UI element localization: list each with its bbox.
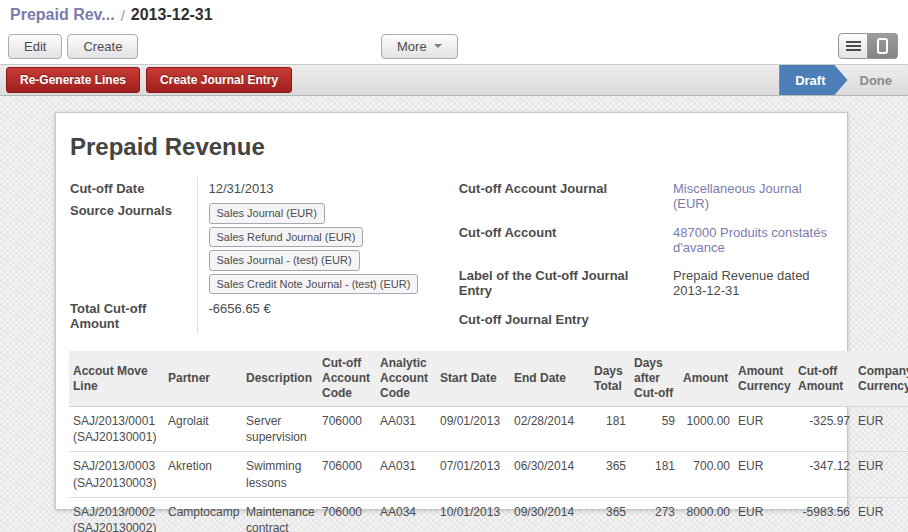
breadcrumb-current: 2013-12-31 xyxy=(131,6,213,24)
table-cell: 706000 xyxy=(318,452,376,497)
toolbar: Edit Create More xyxy=(0,28,908,64)
create-journal-entry-button[interactable]: Create Journal Entry xyxy=(146,67,292,93)
view-switcher xyxy=(838,33,898,59)
col-header-cutoff-account-code: Cut-off Account Code xyxy=(318,351,376,407)
table-cell: EUR xyxy=(854,452,908,497)
journal-tag: Sales Journal - (test) (EUR) xyxy=(209,250,360,271)
table-cell: 700.00 xyxy=(679,452,734,497)
table-cell: Akretion xyxy=(164,452,242,497)
breadcrumb-parent-link[interactable]: Prepaid Rev... xyxy=(10,6,115,24)
cutoff-account-journal-link[interactable]: Miscellaneous Journal (EUR) xyxy=(673,181,802,211)
more-button[interactable]: More xyxy=(381,34,458,59)
table-cell: 1000.00 xyxy=(679,407,734,452)
source-journals-value: Sales Journal (EUR) Sales Refund Journal… xyxy=(197,199,433,297)
cutoff-account-journal-label: Cut-off Account Journal xyxy=(459,177,662,221)
form-view-icon xyxy=(877,38,888,54)
table-cell: EUR xyxy=(734,497,794,532)
col-header-cutoff-amount: Cut-off Amount xyxy=(794,351,854,407)
col-header-days-after-cutoff: Days after Cut-off xyxy=(630,351,679,407)
table-cell: Agrolait xyxy=(164,407,242,452)
cutoff-account-link[interactable]: 487000 Produits constatés d'avance xyxy=(673,225,827,255)
table-cell: Maintenance contract xyxy=(242,497,318,532)
list-view-icon xyxy=(846,45,861,47)
table-cell: Swimming lessons xyxy=(242,452,318,497)
table-cell: -325.97 xyxy=(794,407,854,452)
table-cell: 09/01/2013 xyxy=(436,407,510,452)
field-cutoff-account-journal: Cut-off Account Journal Miscellaneous Jo… xyxy=(459,177,833,221)
cutoff-journal-entry-value xyxy=(662,308,833,334)
table-cell: 8000.00 xyxy=(679,497,734,532)
col-header-move-line: Accout Move Line xyxy=(69,351,164,407)
col-header-days-total: Days Total xyxy=(590,351,630,407)
field-journal-entry-label: Label of the Cut-off Journal Entry Prepa… xyxy=(459,264,833,308)
table-cell: 02/28/2014 xyxy=(510,407,590,452)
table-cell: EUR xyxy=(854,407,908,452)
state-draft-badge: Draft xyxy=(779,65,847,95)
statusbar: Re-Generate Lines Create Journal Entry D… xyxy=(0,64,908,96)
field-total-cutoff-amount: Total Cut-off Amount -6656.65 € xyxy=(70,297,433,334)
list-view-button[interactable] xyxy=(838,33,868,59)
state-widget: Draft Done xyxy=(779,65,908,95)
cutoff-lines-table: Accout Move Line Partner Description Cut… xyxy=(69,351,908,532)
col-header-company-currency: Company Currency xyxy=(854,351,908,407)
state-done-label: Done xyxy=(848,65,908,95)
table-cell: SAJ/2013/0002 (SAJ20130002) xyxy=(69,497,164,532)
journal-tag: Sales Refund Journal (EUR) xyxy=(209,227,364,248)
col-header-amount: Amount xyxy=(679,351,734,407)
breadcrumb: Prepaid Rev... / 2013-12-31 xyxy=(0,0,908,28)
cutoff-date-label: Cut-off Date xyxy=(70,177,197,199)
table-row[interactable]: SAJ/2013/0002 (SAJ20130002) Camptocamp M… xyxy=(69,497,908,532)
table-row[interactable]: SAJ/2013/0003 (SAJ20130003) Akretion Swi… xyxy=(69,452,908,497)
journal-tag: Sales Journal (EUR) xyxy=(209,203,325,224)
source-journals-label: Source Journals xyxy=(70,199,197,297)
field-cutoff-account: Cut-off Account 487000 Produits constaté… xyxy=(459,221,833,265)
field-cutoff-date: Cut-off Date 12/31/2013 xyxy=(70,177,433,199)
table-cell: AA034 xyxy=(376,497,436,532)
table-cell: -347.12 xyxy=(794,452,854,497)
cutoff-account-label: Cut-off Account xyxy=(459,221,662,265)
table-cell: 09/30/2014 xyxy=(510,497,590,532)
create-button[interactable]: Create xyxy=(67,34,138,59)
total-cutoff-amount-label: Total Cut-off Amount xyxy=(70,297,197,334)
table-cell: EUR xyxy=(854,497,908,532)
table-cell: 273 xyxy=(630,497,679,532)
table-cell: SAJ/2013/0003 (SAJ20130003) xyxy=(69,452,164,497)
table-cell: 365 xyxy=(590,452,630,497)
page-title: Prepaid Revenue xyxy=(70,133,847,161)
table-cell: EUR xyxy=(734,407,794,452)
table-cell: 07/01/2013 xyxy=(436,452,510,497)
col-header-partner: Partner xyxy=(164,351,242,407)
table-row[interactable]: SAJ/2013/0001 (SAJ20130001) Agrolait Ser… xyxy=(69,407,908,452)
cutoff-date-value: 12/31/2013 xyxy=(197,177,433,199)
table-cell: SAJ/2013/0001 (SAJ20130001) xyxy=(69,407,164,452)
table-header-row: Accout Move Line Partner Description Cut… xyxy=(69,351,908,407)
table-cell: Server supervision xyxy=(242,407,318,452)
field-cutoff-journal-entry: Cut-off Journal Entry xyxy=(459,308,833,334)
table-cell: 706000 xyxy=(318,497,376,532)
regenerate-lines-button[interactable]: Re-Generate Lines xyxy=(6,67,140,93)
total-cutoff-amount-value: -6656.65 € xyxy=(197,297,433,334)
table-cell: 59 xyxy=(630,407,679,452)
breadcrumb-separator: / xyxy=(121,7,125,24)
col-header-end-date: End Date xyxy=(510,351,590,407)
col-header-analytic-account-code: Analytic Account Code xyxy=(376,351,436,407)
table-cell: EUR xyxy=(734,452,794,497)
more-button-label: More xyxy=(397,39,427,54)
form-view-button[interactable] xyxy=(868,33,898,59)
table-cell: 181 xyxy=(630,452,679,497)
main-area: Prepaid Revenue Cut-off Date 12/31/2013 … xyxy=(0,96,908,532)
table-cell: -5983.56 xyxy=(794,497,854,532)
journal-entry-label-label: Label of the Cut-off Journal Entry xyxy=(459,264,662,308)
edit-button[interactable]: Edit xyxy=(8,34,62,59)
table-cell: 706000 xyxy=(318,407,376,452)
caret-down-icon xyxy=(434,44,442,48)
field-group-right: Cut-off Account Journal Miscellaneous Jo… xyxy=(459,177,833,334)
table-cell: 365 xyxy=(590,497,630,532)
col-header-start-date: Start Date xyxy=(436,351,510,407)
col-header-description: Description xyxy=(242,351,318,407)
field-source-journals: Source Journals Sales Journal (EUR) Sale… xyxy=(70,199,433,297)
col-header-amount-currency: Amount Currency xyxy=(734,351,794,407)
form-sheet: Prepaid Revenue Cut-off Date 12/31/2013 … xyxy=(55,112,848,510)
table-cell: AA031 xyxy=(376,407,436,452)
cutoff-journal-entry-label: Cut-off Journal Entry xyxy=(459,308,662,334)
